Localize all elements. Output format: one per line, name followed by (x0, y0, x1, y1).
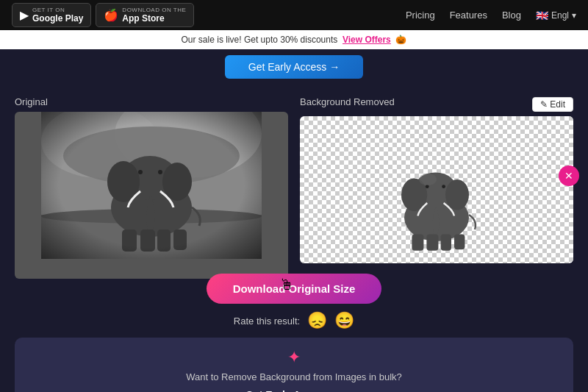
bulk-early-access-link[interactable]: Get Early Access → (245, 389, 343, 392)
rate-label: Rate this result: (234, 316, 300, 327)
original-image-container (15, 112, 288, 279)
bulk-icon: ✦ (29, 348, 559, 367)
download-button[interactable]: Download Original Size (207, 274, 382, 304)
sad-emoji-button[interactable]: 😞 (307, 311, 327, 330)
nav-left: ▶ GET IT ON Google Play 🍎 Download on th… (12, 3, 194, 27)
language-label: Engl (551, 10, 569, 21)
image-comparison: Original (15, 96, 573, 263)
bg-removed-panel: Background Removed ✎ Edit (300, 96, 573, 263)
features-link[interactable]: Features (450, 10, 487, 21)
early-access-bar: Get Early Access → (0, 49, 588, 85)
download-section: Download Original Size 🖱 Rate this resul… (15, 274, 573, 330)
rate-section: Rate this result: 😞 😄 (234, 311, 354, 330)
svg-rect-25 (441, 234, 451, 250)
bg-removed-image-container (300, 116, 573, 263)
svg-rect-26 (454, 234, 465, 249)
svg-point-20 (445, 179, 469, 210)
svg-point-27 (419, 174, 437, 185)
bg-removed-label: Background Removed (300, 96, 395, 107)
early-access-button[interactable]: Get Early Access → (225, 55, 363, 79)
svg-point-22 (442, 185, 445, 188)
app-store-badge[interactable]: 🍎 Download on the App Store (96, 3, 194, 27)
removed-elephant-svg (378, 138, 495, 256)
bg-removed-header: Background Removed ✎ Edit (300, 96, 573, 112)
apple-icon: 🍎 (104, 8, 118, 22)
original-elephant-svg (15, 112, 288, 259)
google-play-label: Google Play (32, 13, 83, 24)
bulk-section: ✦ Want to Remove Background from Images … (15, 338, 573, 392)
google-play-badge[interactable]: ▶ GET IT ON Google Play (12, 3, 91, 27)
happy-emoji-button[interactable]: 😄 (334, 311, 354, 330)
google-play-sublabel: GET IT ON (32, 7, 83, 13)
sale-emoji: 🎃 (395, 35, 406, 45)
edit-button[interactable]: ✎ Edit (532, 97, 573, 112)
blog-link[interactable]: Blog (502, 10, 521, 21)
close-button[interactable]: ✕ (559, 165, 579, 186)
language-selector[interactable]: 🇬🇧 Engl ▾ (536, 10, 576, 21)
app-store-sublabel: Download on the (122, 7, 186, 13)
svg-rect-24 (426, 234, 438, 250)
original-panel: Original (15, 96, 288, 263)
app-store-label: App Store (122, 13, 164, 24)
flag-icon: 🇬🇧 (536, 10, 548, 21)
chevron-down-icon: ▾ (572, 10, 576, 21)
main-content: ✕ Original (0, 85, 588, 392)
svg-rect-16 (41, 112, 262, 259)
nav-right: Pricing Features Blog 🇬🇧 Engl ▾ (406, 10, 576, 21)
bulk-text: Want to Remove Background from Images in… (29, 371, 559, 382)
view-offers-link[interactable]: View Offers (343, 35, 391, 45)
top-nav: ▶ GET IT ON Google Play 🍎 Download on th… (0, 0, 588, 30)
google-play-icon: ▶ (20, 8, 29, 22)
svg-rect-23 (412, 234, 423, 250)
pricing-link[interactable]: Pricing (406, 10, 435, 21)
sale-banner: Our sale is live! Get upto 30% discounts… (0, 30, 588, 49)
original-label: Original (15, 96, 288, 107)
sale-text: Our sale is live! Get upto 30% discounts (182, 35, 338, 45)
checkerboard-bg (300, 116, 573, 263)
